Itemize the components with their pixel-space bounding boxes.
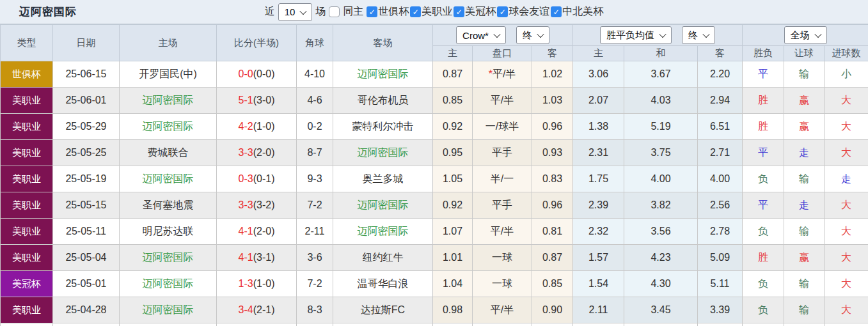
table-row: 世俱杯 25-06-15 开罗国民(中) 0-0(0-0) 4-10 迈阿密国际… (1, 61, 868, 88)
result-wdl: 胜 (743, 245, 784, 271)
competition-type-cell: 美冠杯 (1, 271, 53, 297)
home-team[interactable]: 迈阿密国际 (120, 88, 217, 114)
matches-table: 类型 日期 主场 比分(半场) 角球 客场 Crow* 终 (0, 24, 868, 326)
recent-count-value: 10 (285, 6, 296, 17)
recent-count-select[interactable]: 10 (278, 3, 313, 21)
home-team[interactable]: 圣何塞地震 (120, 192, 217, 219)
result-goals: 大 (825, 219, 868, 245)
col-header-mean-away: 客 (698, 46, 743, 61)
table-row: 美冠杯 25-05-01 迈阿密国际 1-3(1-0) 7-2 温哥华白浪 1.… (1, 271, 868, 297)
away-team[interactable]: 蒙特利尔冲击 (333, 114, 433, 140)
chevron-down-icon (659, 31, 666, 38)
away-team[interactable]: 迈阿密国际 (333, 61, 433, 88)
score-cell: 5-1(3-0) (217, 88, 297, 114)
result-goals-value: 小 (841, 68, 851, 79)
home-team[interactable]: 迈阿密国际 (120, 245, 217, 271)
league-filter: 世俱杯 (367, 5, 409, 19)
competition-type-cell: 美职业 (1, 140, 53, 166)
away-team[interactable]: 奥兰多城 (333, 166, 433, 192)
result-handicap-value: 赢 (799, 121, 809, 132)
match-date: 25-05-04 (53, 245, 120, 271)
league-checkbox[interactable] (497, 6, 508, 17)
odds-state-select[interactable]: 终 (516, 26, 549, 44)
fulltime-score: 0-0 (239, 68, 253, 79)
result-handicap: 输 (784, 166, 825, 192)
competition-type-label: 美职业 (12, 304, 41, 315)
away-team-name: 纽约红牛 (363, 252, 404, 263)
competition-type-label: 美职业 (12, 147, 41, 158)
away-team[interactable]: 迈阿密国际 (333, 192, 433, 219)
table-row: 美职业 25-04-28 迈阿密国际 3-4(2-1) 8-3 达拉斯FC 0.… (1, 297, 868, 323)
odds-away-value: 0.96 (532, 114, 573, 140)
mean-home-value: 2.07 (573, 88, 624, 114)
handicap-value: 平/半 (491, 304, 514, 315)
mean-draw-value: 3.67 (624, 61, 698, 88)
handicap-cell: 半/一 (473, 166, 532, 192)
away-team[interactable]: 迈阿密国际 (333, 140, 433, 166)
match-date: 25-05-15 (53, 192, 120, 219)
halftime-score: (2-0) (253, 226, 275, 237)
away-team[interactable]: 哥伦布机员 (333, 88, 433, 114)
handicap-cell: 平/半 (473, 88, 532, 114)
away-team[interactable]: 温哥华白浪 (333, 271, 433, 297)
home-team[interactable]: 迈阿密国际 (120, 297, 217, 323)
mean-away-value: 5.11 (698, 271, 743, 297)
chevron-down-icon (493, 31, 500, 38)
result-wdl-value: 负 (758, 173, 768, 184)
league-checkbox[interactable] (410, 6, 421, 17)
col-header-score: 比分(半场) (217, 25, 297, 61)
result-handicap: 赢 (784, 88, 825, 114)
bookmaker-select[interactable]: Crow* (456, 26, 506, 44)
league-checkbox[interactable] (551, 6, 562, 17)
odds-home-value: 0.95 (433, 140, 473, 166)
competition-type-cell: 美职业 (1, 114, 53, 140)
away-team[interactable]: 纽约红牛 (333, 245, 433, 271)
league-checkbox[interactable] (454, 6, 464, 17)
league-filter: 球会友谊 (497, 5, 549, 19)
fulltime-score: 5-1 (239, 95, 253, 105)
odds-home-value: 0.98 (433, 297, 473, 323)
home-team-name: 迈阿密国际 (143, 95, 194, 105)
fulltime-score: 0-3 (239, 173, 253, 184)
col-header-odds-away: 客 (532, 46, 573, 61)
home-team[interactable]: 迈阿密国际 (120, 114, 217, 140)
home-team[interactable]: 迈阿密国际 (120, 166, 217, 192)
col-header-result-goals: 进球数 (825, 46, 868, 61)
mean-draw-value: 3.45 (624, 297, 698, 323)
handicap-cell: 一/球半 (473, 114, 532, 140)
mean-type-select[interactable]: 胜平负均值 (600, 26, 672, 44)
result-group-header: 全场 (743, 25, 868, 46)
handicap-value: 平手 (492, 199, 512, 210)
home-team[interactable]: 开罗国民(中) (120, 61, 217, 88)
league-checkbox[interactable] (367, 6, 377, 17)
away-team[interactable]: 迈阿密国际 (333, 219, 433, 245)
away-team[interactable]: 达拉斯FC (333, 297, 433, 323)
home-team-name: 迈阿密国际 (143, 252, 194, 263)
competition-type-cell: 美职业 (1, 219, 53, 245)
result-goals: 大 (825, 192, 868, 219)
home-team[interactable]: 迈阿密国际 (120, 271, 217, 297)
handicap-cell: 平/半 (473, 297, 532, 323)
home-team[interactable]: 明尼苏达联 (120, 219, 217, 245)
handicap-cell: 平手 (473, 140, 532, 166)
same-home-checkbox[interactable] (329, 6, 340, 17)
mean-away-value: 2.78 (698, 219, 743, 245)
match-date: 25-05-25 (53, 140, 120, 166)
odds-away-value: 0.87 (532, 245, 573, 271)
result-handicap: 走 (784, 192, 825, 219)
handicap-cell: 平/半 (473, 219, 532, 245)
result-wdl-value: 负 (758, 278, 768, 289)
scope-select[interactable]: 全场 (784, 26, 827, 44)
competition-type-cell: 世俱杯 (1, 61, 53, 88)
league-filter-label: 球会友谊 (509, 5, 549, 19)
mean-state-select[interactable]: 终 (682, 26, 715, 44)
odds-away-value: 0.83 (532, 166, 573, 192)
result-wdl-value: 平 (758, 147, 768, 158)
home-team[interactable]: 费城联合 (120, 140, 217, 166)
result-goals: 小 (825, 61, 868, 88)
fulltime-score: 1-3 (239, 278, 253, 289)
score-cell: 3-4(2-1) (217, 297, 297, 323)
halftime-score: (2-1) (253, 304, 275, 315)
chevron-down-icon (702, 31, 709, 38)
result-goals: 大 (825, 245, 868, 271)
